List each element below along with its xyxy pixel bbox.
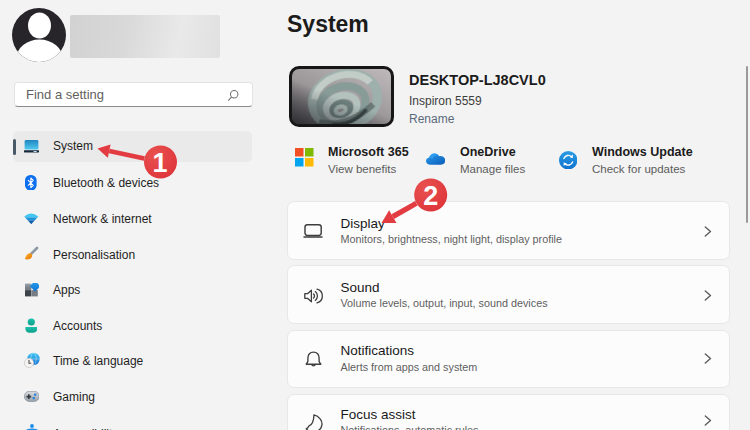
svg-text:1: 1 <box>152 148 167 178</box>
svg-text:2: 2 <box>423 181 438 211</box>
